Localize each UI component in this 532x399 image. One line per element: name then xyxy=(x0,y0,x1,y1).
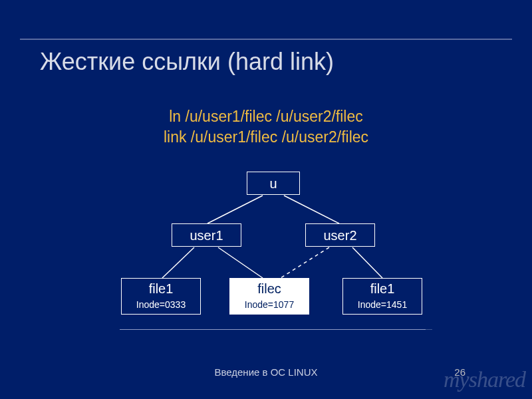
leaf-file1-right: file1 Inode=1451 xyxy=(342,278,422,315)
watermark: myshared xyxy=(444,367,525,392)
node-label: u xyxy=(269,176,277,191)
leaf-file1-left: file1 Inode=0333 xyxy=(121,278,201,315)
tree-diagram: u user1 user2 file1 Inode=0333 filec Ino… xyxy=(0,172,532,371)
command-line-1: ln /u/user1/filec /u/user2/filec xyxy=(0,106,532,127)
svg-line-2 xyxy=(162,247,194,278)
svg-line-5 xyxy=(281,247,329,278)
command-line-2: link /u/user1/filec /u/user2/filec xyxy=(0,127,532,148)
node-user1: user1 xyxy=(172,223,241,247)
node-root-u: u xyxy=(247,172,300,195)
svg-line-4 xyxy=(352,247,382,278)
top-divider xyxy=(20,39,512,40)
slide-title: Жесткие ссылки (hard link) xyxy=(40,48,334,76)
svg-line-1 xyxy=(284,196,339,223)
inode-label: Inode=1451 xyxy=(343,299,422,310)
inode-label: Inode=1077 xyxy=(230,299,309,310)
tree-connectors xyxy=(0,172,532,371)
node-user2: user2 xyxy=(305,223,375,247)
leaf-filec: filec Inode=1077 xyxy=(229,278,309,315)
node-label: user1 xyxy=(190,228,223,243)
svg-line-0 xyxy=(207,196,263,223)
diagram-bottom-rule xyxy=(120,329,432,330)
file-name: filec xyxy=(230,281,309,297)
file-name: file1 xyxy=(122,281,200,297)
file-name: file1 xyxy=(343,281,422,297)
command-block: ln /u/user1/filec /u/user2/filec link /u… xyxy=(0,106,532,148)
inode-label: Inode=0333 xyxy=(122,299,200,310)
node-label: user2 xyxy=(323,228,356,243)
svg-line-3 xyxy=(218,247,263,278)
